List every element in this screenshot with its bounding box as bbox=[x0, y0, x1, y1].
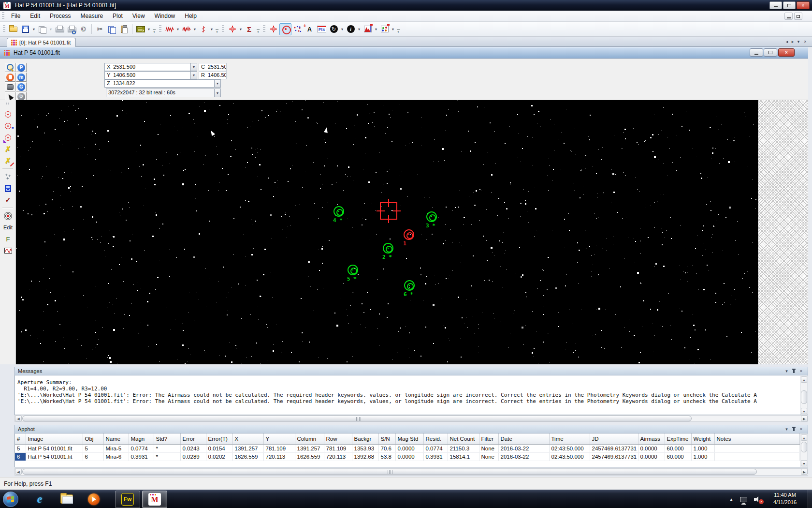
column-header-x[interactable]: X bbox=[232, 433, 263, 444]
region-tool-button[interactable] bbox=[5, 82, 15, 91]
image-canvas[interactable]: 4 *3 *12 *5 *6 * bbox=[16, 100, 758, 364]
table-cell[interactable]: None bbox=[479, 444, 498, 452]
table-cell[interactable]: 53.8 bbox=[378, 452, 395, 461]
world-coordinates-button[interactable]: ↻ bbox=[328, 23, 340, 35]
taskbar-media-button[interactable] bbox=[81, 491, 106, 508]
table-cell[interactable]: 0.0289 bbox=[180, 452, 206, 461]
histogram-button-dropdown[interactable]: ▼ bbox=[374, 23, 378, 35]
taskbar-ie-button[interactable]: e bbox=[27, 491, 52, 508]
column-header-notes[interactable]: Notes bbox=[714, 433, 800, 444]
table-cell[interactable]: 1.000 bbox=[691, 452, 714, 461]
table-row[interactable]: 6Hat P 54 01001.fit6Mira-60.3931*0.02890… bbox=[15, 452, 800, 461]
child-restore-button[interactable] bbox=[794, 13, 802, 20]
display-options-button-dropdown[interactable]: ▼ bbox=[146, 23, 151, 35]
column-header-date[interactable]: Date bbox=[498, 433, 549, 444]
delete-all-marks-tool[interactable]: ✗ bbox=[2, 155, 14, 166]
table-cell[interactable] bbox=[714, 452, 800, 461]
aperture-marker-3*[interactable] bbox=[426, 211, 437, 222]
aperture-photometry-button[interactable] bbox=[279, 23, 291, 35]
column-header-backgr[interactable]: Backgr bbox=[352, 433, 378, 444]
table-cell[interactable]: 0.3931 bbox=[423, 452, 448, 461]
plot-profile-button-dropdown[interactable]: ▼ bbox=[175, 23, 180, 35]
scroll-thumb[interactable] bbox=[801, 390, 807, 404]
table-cell[interactable]: Hat P 54 01001.fit bbox=[26, 452, 83, 461]
annotate-button[interactable]: +A bbox=[304, 23, 316, 35]
table-cell[interactable]: 0.0000 bbox=[638, 452, 665, 461]
table-cell[interactable]: 0.0202 bbox=[206, 452, 232, 461]
table-cell[interactable]: 1626.559 bbox=[295, 452, 324, 461]
toolbar-overflow-button[interactable]: ▾ bbox=[151, 23, 157, 35]
scroll-left-button[interactable]: ◀ bbox=[15, 469, 22, 475]
menu-view[interactable]: View bbox=[128, 11, 150, 21]
column-header-resid-[interactable]: Resid. bbox=[423, 433, 448, 444]
table-cell[interactable]: * bbox=[154, 452, 180, 461]
y-dropdown-button[interactable]: ▼ bbox=[191, 71, 197, 79]
taskbar-fireworks-button[interactable]: Fw bbox=[115, 491, 140, 508]
plot-signal-button-dropdown[interactable]: ▼ bbox=[192, 23, 197, 35]
taskbar-explorer-button[interactable] bbox=[54, 491, 79, 508]
mark-point-button[interactable] bbox=[267, 23, 279, 35]
tab-image-0[interactable]: [0]: Hat P 54 01001.fit bbox=[7, 38, 76, 47]
image-close-button[interactable]: × bbox=[778, 48, 795, 57]
open-file-button[interactable] bbox=[7, 23, 19, 35]
plot-column-button-dropdown[interactable]: ▼ bbox=[209, 23, 214, 35]
hand-tool-button[interactable] bbox=[5, 73, 15, 82]
plot-profile-button[interactable] bbox=[163, 23, 175, 35]
aperture-move-tool[interactable] bbox=[2, 132, 14, 143]
network-icon[interactable] bbox=[740, 497, 747, 502]
apphot-horizontal-scrollbar[interactable]: ◀ ▶ bbox=[14, 468, 808, 476]
column-header-std-[interactable]: Std? bbox=[154, 433, 180, 444]
table-cell[interactable]: 70.6 bbox=[378, 444, 395, 452]
table-cell[interactable]: 2016-03-22 bbox=[498, 444, 549, 452]
column-header-filter[interactable]: Filter bbox=[479, 433, 498, 444]
table-cell[interactable]: 1392.68 bbox=[352, 452, 378, 461]
column-header-name[interactable]: Name bbox=[103, 433, 129, 444]
messages-close-button[interactable]: × bbox=[798, 368, 805, 374]
table-cell[interactable]: 0.0000 bbox=[395, 444, 423, 452]
menu-edit[interactable]: Edit bbox=[25, 11, 45, 21]
column-header-row[interactable]: Row bbox=[324, 433, 352, 444]
scroll-left-button[interactable]: ◀ bbox=[15, 416, 22, 421]
table-cell[interactable]: 720.113 bbox=[263, 452, 295, 461]
table-cell[interactable]: 0.0774 bbox=[423, 444, 448, 452]
find-stars-tool[interactable] bbox=[2, 171, 14, 182]
bullseye-tool[interactable] bbox=[2, 210, 14, 221]
centroid-marker-button[interactable] bbox=[226, 23, 238, 35]
save-button-dropdown[interactable]: ▼ bbox=[31, 23, 36, 35]
menu-help[interactable]: Help bbox=[180, 11, 202, 21]
column-header-y[interactable]: Y bbox=[263, 433, 295, 444]
profile-plot-tool[interactable] bbox=[2, 245, 14, 256]
show-desktop-button[interactable] bbox=[808, 490, 812, 508]
table-cell[interactable]: 2457469.6137731 bbox=[590, 444, 638, 452]
table-cell[interactable]: Mira-6 bbox=[103, 452, 129, 461]
x-coordinate-field[interactable]: X2531.500 bbox=[104, 63, 191, 71]
table-cell[interactable]: 1391.257 bbox=[295, 444, 324, 452]
messages-horizontal-scrollbar[interactable]: ◀ ▶ bbox=[14, 415, 808, 422]
aperture-marker-5*[interactable] bbox=[348, 265, 358, 275]
table-cell[interactable]: 5 bbox=[15, 444, 26, 452]
column-header--[interactable]: # bbox=[15, 433, 26, 444]
menu-file[interactable]: File bbox=[6, 11, 25, 21]
table-cell[interactable]: 0.0154 bbox=[206, 444, 232, 452]
fits-header-button[interactable]: Fts bbox=[316, 23, 328, 35]
table-cell[interactable]: 02:43:50.000 bbox=[549, 452, 590, 461]
column-header-jd[interactable]: JD bbox=[590, 433, 638, 444]
cut-button[interactable]: ✂ bbox=[94, 23, 106, 35]
column-header-time[interactable]: Time bbox=[549, 433, 590, 444]
aperture-add-star-tool[interactable]: * bbox=[2, 120, 14, 131]
scroll-right-button[interactable]: ▶ bbox=[801, 416, 808, 421]
dimensions-dropdown-button[interactable]: ▼ bbox=[215, 89, 221, 97]
z-dropdown-button[interactable]: ▼ bbox=[215, 79, 221, 88]
accept-tool[interactable]: ✓ bbox=[2, 194, 14, 205]
plot-signal-button[interactable] bbox=[180, 23, 192, 35]
table-cell[interactable]: 0.0000 bbox=[638, 444, 665, 452]
column-header-column[interactable]: Column bbox=[295, 433, 324, 444]
column-header-airmass[interactable]: Airmass bbox=[638, 433, 665, 444]
display-options-button[interactable] bbox=[134, 23, 146, 35]
apphot-panel-header[interactable]: Apphot ▾ × bbox=[14, 425, 808, 433]
aperture-tool[interactable] bbox=[2, 109, 14, 120]
duplicate-image-button[interactable] bbox=[36, 23, 48, 35]
image-restore-button[interactable] bbox=[764, 48, 777, 57]
copy-button[interactable] bbox=[106, 23, 118, 35]
pan-mode-button[interactable]: P bbox=[16, 63, 27, 72]
